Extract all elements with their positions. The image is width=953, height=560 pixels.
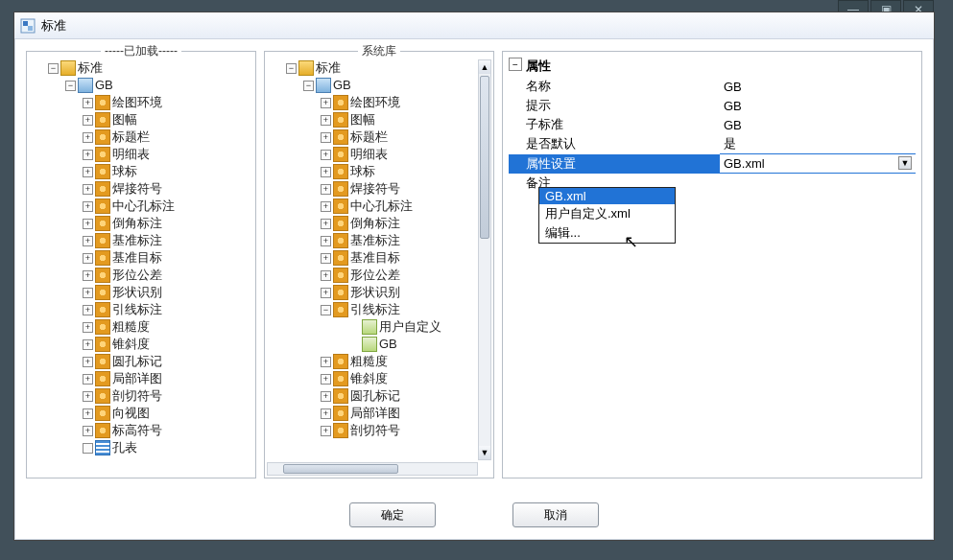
tree-item[interactable]: + 图幅 [321, 111, 476, 128]
expand-icon[interactable]: + [83, 219, 93, 229]
expand-icon[interactable]: + [83, 270, 93, 281]
tree-item[interactable]: + 焊接符号 [83, 180, 251, 198]
tree-gb[interactable]: − GB [65, 77, 251, 94]
expand-icon[interactable]: + [321, 201, 331, 212]
expand-icon[interactable]: + [321, 115, 331, 126]
expand-icon[interactable]: + [321, 357, 331, 367]
collapse-icon[interactable]: − [303, 81, 314, 91]
tree-item[interactable]: + 圆孔标记 [321, 387, 476, 405]
expand-icon[interactable]: + [83, 253, 93, 264]
ok-button[interactable]: 确定 [349, 502, 436, 527]
tree-item[interactable]: + 局部详图 [321, 405, 476, 422]
tree-item[interactable]: + 中心孔标注 [83, 198, 251, 215]
expand-icon[interactable]: + [83, 184, 93, 195]
expand-icon[interactable]: + [321, 391, 331, 402]
tree-item[interactable]: + 形状识别 [83, 284, 251, 301]
dialog-titlebar[interactable]: 标准 [14, 12, 934, 39]
tree-item[interactable]: + 圆孔标记 [83, 353, 251, 370]
collapse-icon[interactable]: − [65, 81, 76, 91]
expand-icon[interactable]: + [83, 288, 93, 298]
tree-item[interactable]: + 局部详图 [83, 370, 251, 387]
tree-root[interactable]: − 标准 [48, 59, 251, 77]
property-row[interactable]: 名称 GB [509, 77, 916, 96]
expand-icon[interactable]: + [83, 408, 93, 419]
expand-icon[interactable]: + [83, 167, 93, 177]
property-group-header[interactable]: − 属性 [509, 58, 916, 75]
tree-item[interactable]: + 标题栏 [321, 128, 476, 146]
expand-icon[interactable]: + [83, 374, 93, 385]
tree-item[interactable]: + 倒角标注 [321, 215, 476, 232]
dropdown-option[interactable]: GB.xml [539, 188, 675, 204]
expand-icon[interactable]: + [321, 219, 331, 229]
property-value[interactable]: GB [720, 96, 916, 115]
property-value[interactable]: 是 [720, 134, 916, 154]
expand-icon[interactable]: + [321, 98, 331, 108]
scroll-thumb[interactable] [480, 76, 489, 239]
collapse-icon[interactable]: − [321, 305, 331, 315]
loaded-tree[interactable]: − 标准 − GB + [31, 59, 251, 474]
expand-icon[interactable] [83, 443, 93, 454]
tree-item[interactable]: + 引线标注 [83, 301, 251, 318]
tree-item[interactable]: + 基准目标 [83, 249, 251, 267]
tree-item[interactable]: + 基准标注 [83, 232, 251, 249]
expand-icon[interactable]: + [83, 305, 93, 315]
tree-item[interactable]: + 绘图环境 [83, 94, 251, 111]
tree-item[interactable]: + 基准标注 [321, 232, 476, 249]
property-value[interactable]: GB.xml▼ [720, 154, 916, 174]
vertical-scrollbar[interactable]: ▲ ▼ [478, 59, 491, 460]
expand-icon[interactable]: + [321, 236, 331, 246]
expand-icon[interactable]: + [83, 357, 93, 367]
expand-icon[interactable]: + [321, 408, 331, 419]
cancel-button[interactable]: 取消 [512, 502, 599, 527]
scroll-down-icon[interactable]: ▼ [479, 446, 490, 459]
property-row[interactable]: 属性设置 GB.xml▼ [509, 154, 916, 174]
expand-icon[interactable]: + [321, 253, 331, 264]
property-row[interactable]: 是否默认 是 [509, 134, 916, 154]
tree-item[interactable]: + 粗糙度 [83, 318, 251, 336]
horizontal-scrollbar[interactable] [267, 462, 478, 476]
expand-icon[interactable]: + [83, 426, 93, 436]
expand-icon[interactable]: + [83, 132, 93, 143]
tree-item[interactable]: + 明细表 [321, 146, 476, 163]
expand-icon[interactable]: + [321, 288, 331, 298]
library-tree[interactable]: − 标准 − GB + [269, 59, 476, 460]
property-row[interactable]: 子标准 GB [509, 115, 916, 134]
property-value-dropdown[interactable]: GB.xml用户自定义.xml编辑... [538, 187, 676, 244]
tree-item[interactable]: + 倒角标注 [83, 215, 251, 232]
expand-icon[interactable]: + [83, 201, 93, 212]
dropdown-option[interactable]: 编辑... [539, 223, 675, 243]
property-grid[interactable]: − 属性 名称 GB提示 GB子标准 GB是否默认 是属性设置 GB.xml▼备… [509, 58, 916, 472]
expand-icon[interactable]: + [83, 115, 93, 126]
tree-item[interactable]: + 形位公差 [83, 267, 251, 284]
scroll-thumb[interactable] [283, 464, 398, 474]
tree-root[interactable]: − 标准 [286, 59, 476, 77]
property-value[interactable]: GB [720, 77, 916, 96]
scroll-up-icon[interactable]: ▲ [479, 60, 490, 74]
expand-icon[interactable]: + [83, 322, 93, 333]
expand-icon[interactable]: + [83, 98, 93, 108]
tree-item[interactable]: 孔表 [83, 439, 251, 456]
tree-item[interactable]: + 焊接符号 [321, 180, 476, 198]
tree-item[interactable]: + 图幅 [83, 111, 251, 128]
tree-item[interactable]: + 剖切符号 [321, 422, 476, 439]
property-value[interactable]: GB [720, 115, 916, 134]
group-collapse-icon[interactable]: − [509, 58, 522, 71]
tree-item[interactable]: + 明细表 [83, 146, 251, 163]
expand-icon[interactable]: + [83, 236, 93, 246]
tree-item[interactable]: + 形位公差 [321, 267, 476, 284]
expand-icon[interactable]: + [83, 150, 93, 160]
tree-item[interactable]: + 锥斜度 [83, 336, 251, 353]
dropdown-arrow-icon[interactable]: ▼ [898, 156, 912, 170]
tree-item[interactable]: + 锥斜度 [321, 370, 476, 387]
expand-icon[interactable]: + [321, 184, 331, 195]
tree-item[interactable]: + 向视图 [83, 405, 251, 422]
tree-item[interactable]: + 绘图环境 [321, 94, 476, 111]
expand-icon[interactable]: + [321, 150, 331, 160]
expand-icon[interactable]: + [321, 374, 331, 385]
tree-item[interactable]: + 球标 [83, 163, 251, 180]
tree-gb[interactable]: − GB [303, 77, 476, 94]
tree-item[interactable]: + 基准目标 [321, 249, 476, 267]
property-row[interactable]: 提示 GB [509, 96, 916, 115]
tree-item[interactable]: + 粗糙度 [321, 353, 476, 370]
collapse-icon[interactable]: − [48, 63, 59, 74]
